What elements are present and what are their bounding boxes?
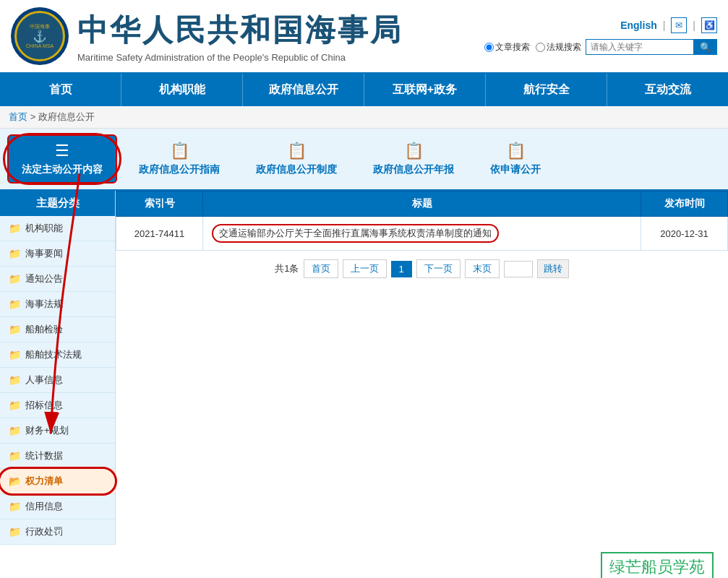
breadcrumb: 首页 > 政府信息公开 (0, 106, 728, 129)
folder-icon: 📁 (9, 526, 21, 538)
tab-bar: ☰ 法定主动公开内容 📋 政府信息公开指南 📋 政府信息公开制度 📋 政府信息公… (0, 129, 728, 191)
nav-home[interactable]: 首页 (0, 74, 121, 106)
site-title-cn: 中华人民共和国海事局 (77, 10, 403, 51)
header-right: English | ✉ | ♿ 文章搜索 法规搜索 (484, 17, 717, 55)
row-index: 2021-74411 (116, 217, 203, 251)
tab-icon-apply: 📋 (506, 142, 526, 160)
header-top-links: English | ✉ | ♿ (620, 17, 717, 33)
mail-icon[interactable]: ✉ (671, 17, 687, 33)
search-row: 文章搜索 法规搜索 🔍 (484, 39, 717, 55)
sidebar: 主题分类 📁 机构职能 📁 海事要闻 📁 通知公告 📁 海事法规 📁 船舶检验 (0, 191, 116, 545)
sidebar-item-penalty[interactable]: 📁 行政处罚 (0, 519, 115, 545)
sidebar-item-tender[interactable]: 📁 招标信息 (0, 393, 115, 418)
row-date: 2020-12-31 (641, 217, 728, 251)
sidebar-item-ship-tech-law[interactable]: 📁 船舶技术法规 (0, 342, 115, 368)
breadcrumb-home[interactable]: 首页 (9, 111, 27, 122)
content-area: 主题分类 📁 机构职能 📁 海事要闻 📁 通知公告 📁 海事法规 📁 船舶检验 (0, 191, 728, 545)
folder-icon: 📁 (9, 349, 21, 361)
tab-info-guide[interactable]: 📋 政府信息公开指南 (124, 134, 234, 184)
tab-icon-system: 📋 (287, 142, 307, 160)
search-radio-article[interactable]: 文章搜索 (484, 41, 530, 53)
folder-icon: 📁 (9, 374, 21, 386)
folder-icon: 📁 (9, 223, 21, 234)
page-1-btn[interactable]: 1 (391, 261, 412, 277)
tab-icon-list: ☰ (55, 142, 69, 160)
nav-navigation-safety[interactable]: 航行安全 (486, 74, 607, 106)
folder-icon: 📁 (9, 400, 21, 411)
title-link[interactable]: 交通运输部办公厅关于全面推行直属海事系统权责清单制度的通知 (212, 228, 499, 238)
folder-icon: 📁 (9, 298, 21, 310)
search-type-group: 文章搜索 法规搜索 (484, 41, 581, 53)
total-count: 共1条 (275, 262, 299, 275)
page-jump-btn[interactable]: 跳转 (537, 259, 569, 278)
header: 中国海事 ⚓ CHINA MSA 中华人民共和国海事局 Maritime Saf… (0, 0, 728, 74)
tab-apply-disclosure[interactable]: 📋 依申请公开 (476, 134, 555, 184)
folder-icon: 📁 (9, 450, 21, 462)
header-title-block: 中华人民共和国海事局 Maritime Safety Administratio… (77, 10, 403, 63)
results-table: 索引号 标题 发布时间 2021-74411 交通运输部办公厅关于全面推行直属海… (116, 191, 728, 251)
folder-icon: 📁 (9, 248, 21, 259)
breadcrumb-current: 政府信息公开 (38, 111, 95, 122)
table-row: 2021-74411 交通运输部办公厅关于全面推行直属海事系统权责清单制度的通知… (116, 217, 728, 251)
tab-mandatory-disclosure[interactable]: ☰ 法定主动公开内容 (7, 134, 117, 184)
pagination: 共1条 首页 上一页 1 下一页 末页 跳转 (116, 251, 728, 287)
col-header-date: 发布时间 (641, 191, 728, 217)
page-jump-input[interactable] (504, 261, 533, 277)
accessibility-icon[interactable]: ♿ (701, 17, 717, 33)
folder-icon: 📁 (9, 425, 21, 436)
col-header-index: 索引号 (116, 191, 203, 217)
sidebar-header: 主题分类 (0, 191, 115, 216)
sidebar-item-personnel[interactable]: 📁 人事信息 (0, 368, 115, 393)
search-radio-law[interactable]: 法规搜索 (536, 41, 581, 53)
tab-info-system[interactable]: 📋 政府信息公开制度 (241, 134, 351, 184)
page-first-btn[interactable]: 首页 (304, 259, 338, 278)
tab-icon-guide: 📋 (170, 142, 189, 160)
nav-gov-info[interactable]: 政府信息公开 (243, 74, 364, 106)
search-input-wrap: 🔍 (586, 39, 717, 55)
folder-icon-active: 📂 (9, 475, 21, 487)
sidebar-item-notices[interactable]: 📁 通知公告 (0, 267, 115, 292)
language-link[interactable]: English (620, 20, 657, 31)
sidebar-item-maritime-law[interactable]: 📁 海事法规 (0, 292, 115, 317)
search-button[interactable]: 🔍 (694, 39, 717, 55)
page-last-btn[interactable]: 末页 (465, 259, 500, 278)
sidebar-item-maritime-news[interactable]: 📁 海事要闻 (0, 241, 115, 267)
folder-icon: 📁 (9, 273, 21, 285)
nav-organization[interactable]: 机构职能 (121, 74, 243, 106)
row-title: 交通运输部办公厅关于全面推行直属海事系统权责清单制度的通知 (203, 217, 641, 251)
col-header-title: 标题 (203, 191, 641, 217)
sidebar-item-finance[interactable]: 📁 财务+规划 (0, 418, 115, 444)
footer: 绿芒船员学苑 (0, 545, 728, 578)
nav-interaction[interactable]: 互动交流 (607, 74, 728, 106)
site-title-en: Maritime Safety Administration of the Pe… (77, 52, 403, 63)
watermark: 绿芒船员学苑 (601, 552, 714, 578)
nav-internet-gov[interactable]: 互联网+政务 (364, 74, 486, 106)
sidebar-item-organization[interactable]: 📁 机构职能 (0, 216, 115, 241)
logo: 中国海事 ⚓ CHINA MSA (11, 7, 69, 65)
header-left: 中国海事 ⚓ CHINA MSA 中华人民共和国海事局 Maritime Saf… (11, 7, 403, 65)
tab-icon-report: 📋 (404, 142, 424, 160)
tab-annual-report[interactable]: 📋 政府信息公开年报 (359, 134, 468, 184)
sidebar-item-ship-inspection[interactable]: 📁 船舶检验 (0, 317, 115, 342)
search-input[interactable] (586, 39, 694, 55)
main-content: 索引号 标题 发布时间 2021-74411 交通运输部办公厅关于全面推行直属海… (116, 191, 728, 545)
page-next-btn[interactable]: 下一页 (416, 259, 461, 278)
page-prev-btn[interactable]: 上一页 (343, 259, 387, 278)
sidebar-item-statistics[interactable]: 📁 统计数据 (0, 444, 115, 469)
main-nav: 首页 机构职能 政府信息公开 互联网+政务 航行安全 互动交流 (0, 74, 728, 106)
folder-icon: 📁 (9, 501, 21, 512)
sidebar-item-power-list[interactable]: 📂 权力清单 (0, 469, 115, 494)
sidebar-item-credit[interactable]: 📁 信用信息 (0, 494, 115, 519)
folder-icon: 📁 (9, 324, 21, 335)
